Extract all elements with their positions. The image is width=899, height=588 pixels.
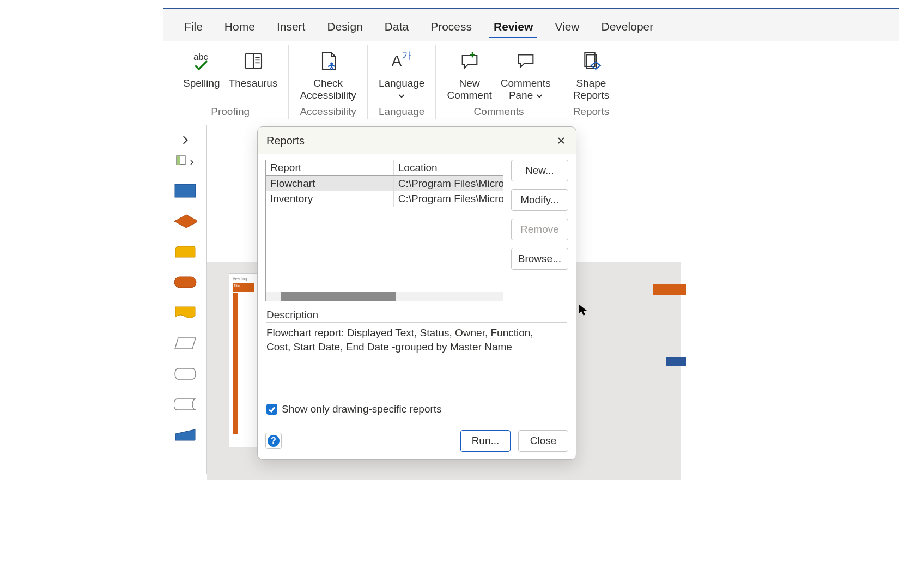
show-only-checkbox[interactable] [266,404,277,415]
canvas-title: Title [233,283,254,292]
help-button[interactable]: ? [265,433,282,449]
svg-rect-15 [177,156,180,165]
shapes-panel [163,125,207,474]
tab-insert[interactable]: Insert [272,17,310,38]
show-only-label[interactable]: Show only drawing-specific reports [282,403,442,415]
shape-reports-button[interactable]: Shape Reports [569,45,614,105]
check-icon [268,405,276,413]
spelling-icon: abc [189,48,215,74]
chevron-down-icon [536,90,543,102]
shape-reports-icon [578,48,604,74]
close-button-footer[interactable]: Close [518,430,568,452]
chevron-right-icon [189,155,195,168]
ribbon-group-proofing: abc Spelling [172,45,289,119]
modify-button[interactable]: Modify... [511,189,568,211]
new-comment-button[interactable]: New Comment [442,45,496,105]
tab-data[interactable]: Data [380,17,413,38]
chevron-down-icon [398,90,405,102]
shape-data[interactable] [173,336,197,351]
tab-view[interactable]: View [550,17,584,38]
shape-document[interactable] [173,305,197,320]
shape-decision[interactable] [173,214,197,229]
remove-button: Remove [511,219,568,240]
tab-developer[interactable]: Developer [597,17,658,38]
table-header: Report Location [266,160,503,176]
svg-rect-18 [174,277,196,288]
language-button[interactable]: A 가 Language [374,45,429,105]
reports-table: Report Location FlowchartC:\Program File… [265,160,503,301]
scrollbar-thumb[interactable] [281,292,396,301]
cell-report: Inventory [266,191,394,207]
thesaurus-label: Thesaurus [229,77,278,89]
reports-dialog: Reports Report Location FlowchartC:\Prog… [257,126,576,460]
spelling-button[interactable]: abc Spelling [179,45,224,105]
canvas-shape-blue [666,357,686,366]
close-button[interactable] [553,132,569,149]
ribbon-group-language: A 가 Language Language [368,45,436,119]
shapes-stencil-toggle[interactable] [163,152,206,177]
ribbon-tabs: File Home Insert Design Data Process Rev… [163,9,899,41]
shapes-panel-expand[interactable] [163,131,206,152]
shape-reports-label: Shape Reports [573,77,610,101]
table-row[interactable]: InventoryC:\Program Files\Microsoft [266,191,503,207]
thesaurus-button[interactable]: Thesaurus [224,45,282,105]
canvas-shape-right [653,284,686,295]
language-icon: A 가 [388,48,415,74]
language-label: Language [379,77,425,102]
description-label: Description [266,308,567,323]
ribbon: abc Spelling [167,41,899,121]
run-button[interactable]: Run... [460,430,511,452]
comments-pane-button[interactable]: Comments Pane [496,45,555,105]
group-label-proofing: Proofing [211,105,250,119]
ribbon-group-accessibility: Check Accessibility Accessibility [289,45,367,119]
description-text: Flowchart report: Displayed Text, Status… [266,326,567,397]
cell-location: C:\Program Files\Microsoft [394,191,503,207]
shape-terminator[interactable] [173,275,197,290]
tab-home[interactable]: Home [220,17,259,38]
canvas-document[interactable]: Heading Title [229,273,258,447]
svg-marker-19 [175,338,196,349]
shape-manual-input[interactable] [173,427,197,442]
dialog-titlebar[interactable]: Reports [258,127,576,154]
svg-text:A: A [392,52,402,69]
cell-report: Flowchart [266,176,394,191]
tab-file[interactable]: File [180,17,207,38]
comments-pane-icon [513,48,539,74]
shape-process[interactable] [173,183,197,198]
table-row[interactable]: FlowchartC:\Program Files\Microsoft [266,176,503,191]
check-accessibility-label: Check Accessibility [300,77,356,101]
shape-database[interactable] [173,366,197,381]
ribbon-group-reports: Shape Reports Reports [562,45,621,119]
thesaurus-icon [240,48,266,74]
col-header-location[interactable]: Location [394,160,503,175]
svg-text:abc: abc [193,52,208,62]
tab-process[interactable]: Process [426,17,476,38]
stencil-icon [176,155,186,168]
group-label-language: Language [379,105,425,119]
canvas-heading: Heading [233,277,254,281]
check-accessibility-button[interactable]: Check Accessibility [295,45,360,105]
accessibility-icon [315,48,341,74]
ribbon-group-comments: New Comment Comments Pane Comments [436,45,562,119]
horizontal-scrollbar[interactable] [266,292,503,301]
tab-design[interactable]: Design [323,17,367,38]
cell-location: C:\Program Files\Microsoft [394,176,503,191]
comments-pane-label: Comments Pane [501,77,551,102]
col-header-report[interactable]: Report [266,160,394,175]
group-label-reports: Reports [573,105,610,119]
browse-button[interactable]: Browse... [511,248,568,270]
shape-external-data[interactable] [173,397,197,412]
shape-subprocess[interactable] [173,244,197,259]
help-icon: ? [268,435,280,447]
tab-review[interactable]: Review [489,17,537,38]
svg-rect-16 [175,184,196,197]
svg-text:가: 가 [402,50,411,61]
group-label-accessibility: Accessibility [300,105,356,119]
app-window: File Home Insert Design Data Process Rev… [163,8,899,121]
svg-marker-17 [174,215,197,228]
group-label-comments: Comments [474,105,524,119]
new-button[interactable]: New... [511,160,568,181]
show-only-row: Show only drawing-specific reports [258,399,576,423]
new-comment-icon [457,48,483,74]
dialog-title-text: Reports [266,135,305,147]
